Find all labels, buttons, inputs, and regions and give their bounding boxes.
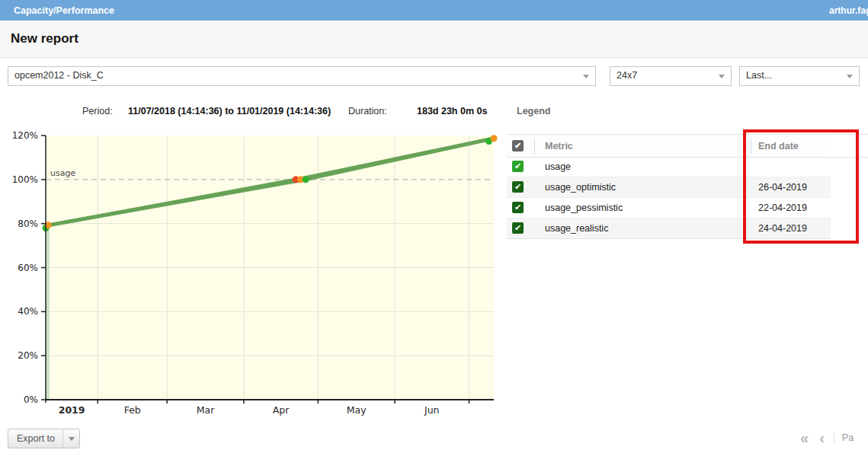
column-divider	[534, 138, 535, 154]
metric-checkbox[interactable]: ✔	[512, 161, 524, 172]
column-header-metric[interactable]: Metric	[545, 141, 573, 152]
chevron-down-icon	[583, 75, 589, 78]
export-button-label: Export to	[8, 429, 62, 448]
legend-table-row[interactable]: ✔usage	[507, 157, 831, 177]
export-dropdown-toggle[interactable]	[62, 429, 79, 448]
period-label: Period:	[82, 106, 113, 116]
legend-table: ✔ Metric End date ✔usage✔usage_optimisti…	[507, 135, 831, 239]
shift-value: 24x7	[617, 70, 637, 81]
svg-text:100%: 100%	[12, 174, 38, 185]
end-date-value: 24-04-2019	[758, 223, 807, 234]
metric-checkbox[interactable]: ✔	[512, 202, 524, 213]
svg-text:Feb: Feb	[124, 404, 141, 416]
duration-value: 183d 23h 0m 0s	[417, 106, 487, 116]
title-section: New report	[0, 21, 868, 58]
legend-table-row[interactable]: ✔usage_pessimistic22-04-2019	[507, 198, 831, 219]
first-page-icon[interactable]: «	[800, 429, 809, 447]
metric-name: usage_optimistic	[545, 182, 616, 193]
svg-text:40%: 40%	[18, 306, 38, 317]
legend-table-row[interactable]: ✔usage_optimistic26-04-2019	[507, 177, 831, 198]
chevron-down-icon	[847, 75, 853, 78]
metric-source-value: opcem2012 - Disk_C	[14, 70, 104, 81]
svg-text:20%: 20%	[18, 350, 38, 361]
app-root: Capacity/Performance arthur.fagu New rep…	[0, 0, 868, 453]
time-range-value: Last...	[746, 70, 772, 81]
column-divider	[751, 138, 751, 154]
legend-table-body: ✔usage✔usage_optimistic26-04-2019✔usage_…	[507, 157, 831, 239]
legend-table-row[interactable]: ✔usage_realistic24-04-2019	[507, 219, 831, 239]
user-menu[interactable]: arthur.fagu	[829, 5, 868, 16]
svg-text:Mar: Mar	[197, 404, 215, 416]
chevron-down-icon	[719, 75, 725, 78]
topbar: Capacity/Performance arthur.fagu	[0, 0, 868, 21]
duration-label: Duration:	[348, 106, 387, 116]
chevron-down-icon	[69, 437, 75, 441]
pagination: « ‹ Pa	[800, 428, 854, 448]
legend-table-header: ✔ Metric End date	[507, 135, 831, 157]
forecast-chart: usage0%20%40%60%80%100%120%2019FebMarApr…	[0, 122, 503, 426]
svg-text:Apr: Apr	[273, 404, 290, 416]
shift-select[interactable]: 24x7	[610, 66, 732, 86]
column-header-end-date[interactable]: End date	[758, 141, 799, 152]
select-all-checkbox[interactable]: ✔	[512, 140, 524, 152]
legend-title: Legend	[517, 106, 550, 116]
svg-text:80%: 80%	[18, 219, 38, 229]
chart-canvas: usage0%20%40%60%80%100%120%2019FebMarApr…	[0, 122, 503, 426]
end-date-value: 22-04-2019	[758, 203, 807, 213]
app-title: Capacity/Performance	[14, 5, 114, 16]
page-title: New report	[0, 21, 868, 46]
metric-name: usage_realistic	[545, 223, 608, 234]
svg-text:May: May	[347, 404, 367, 416]
svg-text:usage: usage	[50, 168, 75, 178]
metric-name: usage_pessimistic	[545, 203, 623, 213]
time-range-select[interactable]: Last...	[739, 66, 860, 86]
metric-checkbox[interactable]: ✔	[512, 222, 524, 234]
metric-source-select[interactable]: opcem2012 - Disk_C	[8, 66, 596, 86]
metric-name: usage	[545, 161, 571, 172]
end-date-value: 26-04-2019	[758, 182, 807, 193]
previous-page-icon[interactable]: ‹	[819, 429, 825, 447]
svg-text:2019: 2019	[59, 404, 85, 416]
pagination-divider	[834, 432, 834, 444]
svg-text:0%: 0%	[24, 394, 38, 405]
metric-checkbox[interactable]: ✔	[512, 181, 524, 193]
svg-text:Jun: Jun	[424, 404, 440, 416]
svg-text:120%: 120%	[12, 130, 38, 141]
svg-text:60%: 60%	[18, 263, 38, 273]
period-value: 11/07/2018 (14:14:36) to 11/01/2019 (14:…	[128, 106, 331, 116]
page-label: Pa	[842, 432, 854, 443]
export-button[interactable]: Export to	[8, 429, 80, 448]
